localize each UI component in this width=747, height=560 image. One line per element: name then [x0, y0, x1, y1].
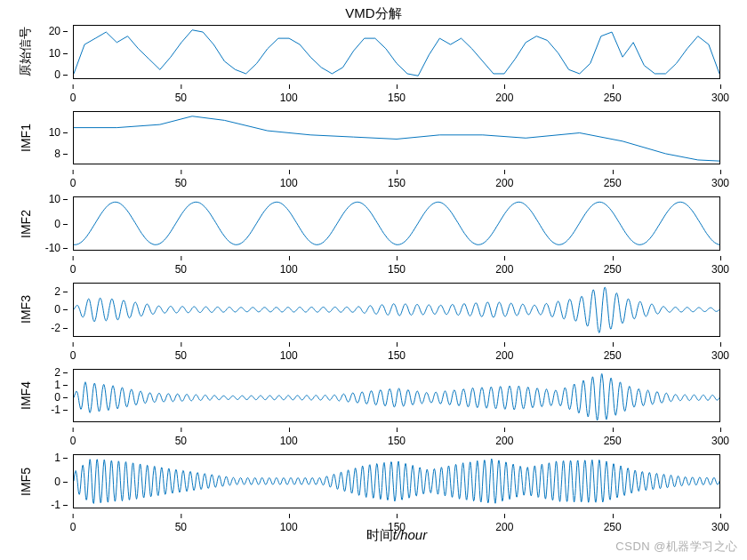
subplot-1: 原始信号01020050100150200250300	[73, 25, 720, 79]
x-tick: 300	[711, 263, 729, 276]
x-tick: 50	[175, 349, 187, 362]
x-tick: 250	[604, 349, 622, 362]
series-line	[74, 287, 719, 332]
x-tick: 0	[70, 349, 76, 362]
y-tick: 0	[54, 303, 60, 316]
series-line	[74, 203, 719, 245]
x-tick: 0	[70, 435, 76, 447]
line-plot	[74, 197, 719, 250]
y-tick: 2	[54, 366, 60, 379]
y-tick: 10	[49, 47, 60, 60]
line-plot	[74, 370, 719, 422]
ylabel: IMF2	[18, 196, 34, 251]
x-tick: 200	[495, 435, 513, 447]
ylabel: IMF3	[18, 283, 34, 337]
figure-title: VMD分解	[0, 5, 747, 22]
y-tick: -1	[51, 499, 60, 511]
x-tick: 150	[388, 177, 406, 189]
x-tick: 100	[280, 177, 298, 189]
series-line	[74, 459, 719, 503]
x-tick: 200	[495, 263, 513, 276]
x-tick: 0	[70, 92, 76, 104]
y-tick: 0	[54, 391, 60, 404]
ylabel: IMF5	[18, 454, 34, 508]
x-tick: 100	[280, 349, 298, 362]
x-tick: 100	[280, 435, 298, 447]
x-tick: 50	[175, 263, 187, 276]
axes	[73, 283, 720, 337]
x-tick: 300	[711, 177, 729, 189]
x-tick: 300	[711, 435, 729, 447]
x-tick: 50	[175, 435, 187, 447]
x-tick: 300	[711, 92, 729, 104]
y-tick: 0	[54, 218, 60, 230]
y-tick: 1	[54, 379, 60, 391]
subplot-3: IMF2-10010050100150200250300	[73, 196, 720, 251]
axes	[73, 369, 720, 423]
ylabel: 原始信号	[18, 25, 34, 79]
figure: VMD分解 原始信号01020050100150200250300IMF1810…	[0, 0, 747, 560]
y-tick: 8	[54, 148, 60, 160]
y-tick: 0	[54, 68, 60, 81]
x-tick: 150	[388, 263, 406, 276]
x-tick: 250	[604, 435, 622, 447]
x-tick: 200	[495, 349, 513, 362]
y-tick: 2	[54, 285, 60, 298]
y-tick: 20	[49, 25, 60, 37]
x-tick: 250	[604, 92, 622, 104]
subplot-5: IMF4-1012050100150200250300	[73, 369, 720, 423]
line-plot	[74, 455, 719, 508]
x-tick: 250	[604, 263, 622, 276]
y-tick: 10	[49, 126, 60, 139]
line-plot	[74, 284, 719, 336]
y-tick: -2	[51, 322, 60, 334]
x-tick: 50	[175, 92, 187, 104]
subplot-2: IMF1810050100150200250300	[73, 111, 720, 165]
subplot-6: IMF5-101050100150200250300时间t/hour	[73, 454, 720, 508]
y-tick: 10	[49, 193, 60, 205]
ylabel: IMF1	[18, 111, 34, 165]
series-line	[74, 30, 719, 76]
series-line	[74, 373, 719, 420]
series-line	[74, 116, 719, 160]
y-tick: -10	[45, 242, 60, 254]
line-plot	[74, 112, 719, 164]
x-tick: 200	[495, 177, 513, 189]
x-tick: 0	[70, 177, 76, 189]
axes	[73, 196, 720, 251]
axes	[73, 454, 720, 508]
x-tick: 150	[388, 92, 406, 104]
subplot-4: IMF3-202050100150200250300	[73, 283, 720, 337]
x-tick: 100	[280, 92, 298, 104]
x-tick: 100	[280, 263, 298, 276]
y-tick: 0	[54, 476, 60, 488]
ylabel: IMF4	[18, 369, 34, 423]
x-tick: 300	[711, 349, 729, 362]
x-tick: 50	[175, 177, 187, 189]
watermark: CSDN @机器学习之心	[615, 539, 738, 555]
y-tick: 1	[54, 452, 60, 464]
x-tick: 200	[495, 92, 513, 104]
x-tick: 150	[388, 435, 406, 447]
axes	[73, 111, 720, 165]
x-tick: 0	[70, 263, 76, 276]
axes	[73, 25, 720, 79]
y-tick: -1	[51, 404, 60, 416]
x-tick: 150	[388, 349, 406, 362]
line-plot	[74, 26, 719, 78]
x-tick: 250	[604, 177, 622, 189]
